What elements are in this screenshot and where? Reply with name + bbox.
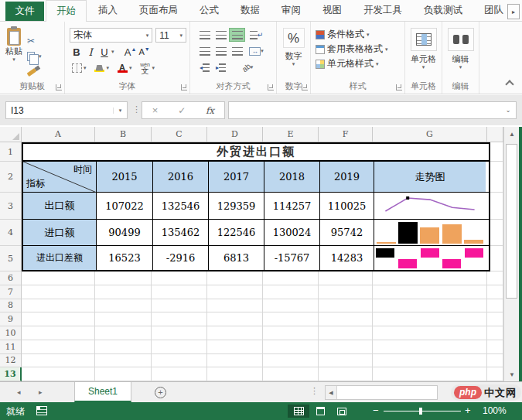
page-layout-view-button[interactable] xyxy=(309,405,331,418)
value-cell[interactable]: 14283 xyxy=(320,246,374,270)
cancel-icon[interactable]: × xyxy=(152,104,159,116)
value-cell[interactable]: -15767 xyxy=(264,246,320,270)
formula-bar-expand-icon[interactable]: ⌄ xyxy=(500,107,516,114)
empty-cell[interactable] xyxy=(207,271,263,285)
empty-cell[interactable] xyxy=(152,326,207,340)
vertical-scrollbar[interactable]: ▲ ▼ xyxy=(503,127,519,381)
phonetic-guide-button[interactable]: wén文 xyxy=(138,61,152,75)
empty-cell[interactable] xyxy=(490,246,503,271)
empty-cell[interactable] xyxy=(487,271,503,285)
empty-cell[interactable] xyxy=(490,220,503,246)
formula-input[interactable]: ⌄ xyxy=(228,101,517,119)
row-header[interactable]: 6 xyxy=(0,271,22,285)
empty-cell[interactable] xyxy=(319,312,373,326)
column-header-partial[interactable] xyxy=(487,127,503,142)
font-name-combo[interactable]: 宋体 ▾ xyxy=(70,28,152,43)
underline-button[interactable]: U xyxy=(97,45,111,59)
year-cell[interactable]: 2019 xyxy=(320,162,374,192)
empty-cell[interactable] xyxy=(152,285,207,299)
column-header-a[interactable]: A xyxy=(22,127,95,142)
zoom-out-icon[interactable]: − xyxy=(373,405,379,416)
align-middle-button[interactable] xyxy=(213,28,229,42)
tab-load-test[interactable]: 负载测试 xyxy=(414,0,473,21)
orientation-button[interactable]: ab ▾ xyxy=(237,60,258,74)
empty-cell[interactable] xyxy=(373,354,487,368)
empty-cell[interactable] xyxy=(319,271,373,285)
conditional-formatting-button[interactable]: 条件格式 ▾ xyxy=(311,27,404,42)
value-cell[interactable]: 130024 xyxy=(264,220,320,245)
row-header[interactable]: 5 xyxy=(0,246,22,271)
column-header-b[interactable]: B xyxy=(95,127,152,142)
value-cell[interactable]: 90499 xyxy=(97,220,153,245)
empty-cell[interactable] xyxy=(319,326,373,340)
increase-indent-button[interactable]: ▸ xyxy=(213,60,229,74)
paste-button[interactable]: 粘贴 ▾ xyxy=(5,28,22,80)
italic-button[interactable]: I xyxy=(84,45,97,59)
enter-icon[interactable]: ✓ xyxy=(178,105,186,116)
empty-cell[interactable] xyxy=(263,326,319,340)
empty-cell[interactable] xyxy=(22,271,95,285)
row-label-cell[interactable]: 进出口差额 xyxy=(23,246,97,270)
zoom-slider[interactable] xyxy=(384,411,461,411)
empty-cell[interactable] xyxy=(95,326,152,340)
row-header[interactable]: 9 xyxy=(0,312,22,326)
empty-cell[interactable] xyxy=(373,326,487,340)
value-cell[interactable]: 129359 xyxy=(209,193,264,219)
sheet-tab-sheet1[interactable]: Sheet1 xyxy=(74,382,131,402)
empty-cell[interactable] xyxy=(490,142,503,162)
row-label-cell[interactable]: 进口额 xyxy=(23,220,97,245)
row-header[interactable]: 13 xyxy=(0,367,22,381)
select-all-corner[interactable] xyxy=(0,127,22,142)
year-cell[interactable]: 2015 xyxy=(97,162,153,192)
empty-cell[interactable] xyxy=(152,354,207,368)
empty-cell[interactable] xyxy=(487,326,503,340)
empty-cell[interactable] xyxy=(207,285,263,299)
empty-cell[interactable] xyxy=(22,312,95,326)
sheet-nav-left-icon[interactable]: ◂ xyxy=(17,388,21,396)
row-header[interactable]: 8 xyxy=(0,299,22,313)
row-header[interactable]: 1 xyxy=(0,142,22,162)
alignment-dialog-launcher-icon[interactable] xyxy=(268,84,274,90)
value-cell[interactable]: 135462 xyxy=(153,220,209,245)
insert-function-icon[interactable]: fx xyxy=(206,105,214,116)
vertical-scrollbar-thumb[interactable] xyxy=(506,144,517,299)
tab-home[interactable]: 开始 xyxy=(46,0,87,22)
decrease-indent-button[interactable]: ◂ xyxy=(196,60,213,74)
align-top-button[interactable] xyxy=(196,28,213,42)
add-sheet-icon[interactable]: + xyxy=(155,387,166,398)
scroll-left-icon[interactable]: ◀ xyxy=(326,386,337,399)
empty-cell[interactable] xyxy=(263,340,319,354)
copy-button[interactable]: ▾ xyxy=(27,49,42,64)
empty-cell[interactable] xyxy=(95,312,152,326)
fill-color-button[interactable] xyxy=(93,61,107,75)
value-cell[interactable]: 122546 xyxy=(209,220,264,245)
empty-cell[interactable] xyxy=(319,340,373,354)
bold-button[interactable]: B xyxy=(70,45,84,59)
sparkline-winloss-cell[interactable] xyxy=(374,246,486,270)
number-format-button[interactable]: % 数字 ▾ xyxy=(277,22,310,67)
empty-cell[interactable] xyxy=(95,354,152,368)
empty-cell[interactable] xyxy=(263,285,319,299)
tab-data[interactable]: 数据 xyxy=(230,0,270,21)
sparkline-line-cell[interactable] xyxy=(374,193,486,219)
shrink-font-button[interactable]: A ▼ xyxy=(138,45,152,59)
borders-button[interactable] xyxy=(70,61,84,75)
empty-cell[interactable] xyxy=(95,271,152,285)
scroll-down-icon[interactable]: ▼ xyxy=(504,367,520,381)
align-left-button[interactable] xyxy=(196,44,213,58)
empty-cell[interactable] xyxy=(263,271,319,285)
empty-cell[interactable] xyxy=(487,354,503,368)
empty-cell[interactable] xyxy=(22,326,95,340)
column-header-c[interactable]: C xyxy=(152,127,207,142)
empty-cell[interactable] xyxy=(487,299,503,313)
collapse-ribbon-icon[interactable] xyxy=(505,80,513,88)
align-center-button[interactable] xyxy=(213,44,229,58)
empty-cell[interactable] xyxy=(22,299,95,313)
chevron-down-icon[interactable]: ▾ xyxy=(113,108,127,114)
grow-font-button[interactable]: A ▲ xyxy=(124,45,138,59)
value-cell[interactable]: -2916 xyxy=(153,246,209,270)
row-header[interactable]: 11 xyxy=(0,340,22,354)
page-break-view-button[interactable] xyxy=(331,405,353,418)
empty-cell[interactable] xyxy=(373,340,487,354)
diagonal-header-cell[interactable]: 时间 指标 xyxy=(23,162,97,192)
